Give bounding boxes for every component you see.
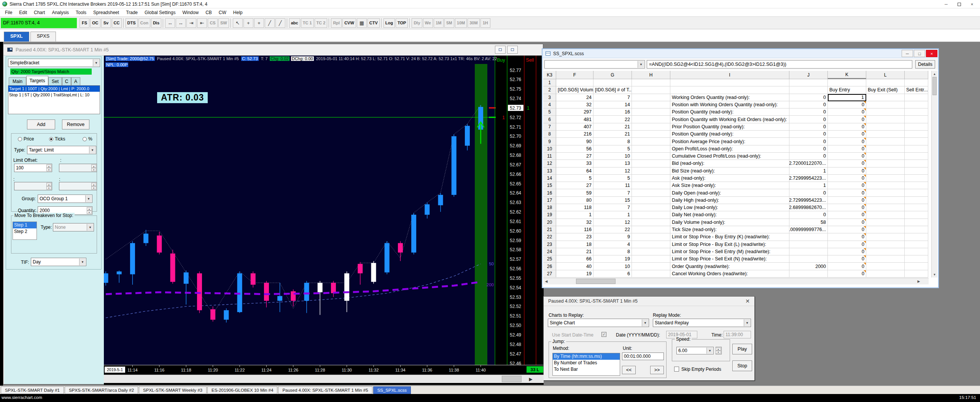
grid-cell[interactable] (905, 219, 928, 226)
grid-cell[interactable]: 297 (556, 108, 593, 116)
scroll-up-arrow-icon[interactable]: ▲ (932, 71, 937, 77)
sheet-vertical-scrollbar[interactable]: ▲ ▼ (931, 71, 937, 278)
row-number[interactable]: 17 (543, 197, 556, 204)
grid-cell[interactable]: 52.72000122070... (789, 160, 828, 167)
dts-button[interactable]: DTS (126, 18, 138, 28)
grid-cell[interactable]: Position Quantity (read-only): (670, 131, 789, 138)
grid-cell[interactable] (905, 101, 928, 108)
bottom-tab-5[interactable]: Paused 4.00X: SPXL-STK-SMART 1 Min #5 (278, 386, 372, 394)
grid-cell[interactable]: 0 (828, 160, 866, 167)
grid-cell[interactable] (905, 108, 928, 116)
speed-select[interactable]: 6.00▼ (676, 347, 714, 354)
bottom-tab-4[interactable]: ES-201906-GLOBEX 10 Min #4 (207, 386, 277, 394)
grid-cell[interactable]: Prior Position Quantity (read-only): (670, 123, 789, 131)
row-number[interactable]: 16 (543, 189, 556, 196)
rpl-button[interactable]: Rpl (331, 18, 342, 28)
grid-cell[interactable] (632, 153, 670, 160)
time-input[interactable]: 11:39:00 (724, 331, 751, 338)
grid-cell[interactable] (905, 131, 928, 138)
row-number[interactable]: 19 (543, 211, 556, 219)
row-number[interactable]: 3 (543, 94, 556, 101)
scroll-right-arrow-icon[interactable]: ▶ (525, 376, 536, 382)
grid-cell[interactable]: 0 (789, 108, 828, 116)
stop-button[interactable]: Stop (732, 361, 752, 371)
grid-cell[interactable]: Ask (read-only): (670, 175, 789, 182)
scroll-left-arrow-icon[interactable]: ◀ (543, 279, 549, 284)
grid-cell[interactable]: 0 (828, 226, 866, 233)
menu-tools[interactable]: Tools (72, 9, 90, 16)
ctv-button[interactable]: CTV (368, 18, 380, 28)
grid-cell[interactable]: 0 (828, 101, 866, 108)
grid-cell[interactable]: 0.009999999776... (789, 226, 828, 233)
grid-cell[interactable]: 15 (593, 197, 632, 204)
spreadsheet-grid[interactable]: K3FGHIJKL12[ID0.SG5] Volume[ID0.SG6] # o… (543, 71, 929, 278)
row-number[interactable]: 10 (543, 145, 556, 153)
status-link[interactable]: www.sierrachart.com (2, 395, 42, 400)
grid-cell[interactable]: 22 (593, 226, 632, 233)
grid-cell[interactable] (905, 226, 928, 233)
grid-cell[interactable]: Position Quantity with Working Exit Orde… (670, 116, 789, 123)
grid-cell[interactable]: 27 (556, 153, 593, 160)
grid-cell[interactable] (866, 108, 905, 116)
quantity-spinner[interactable]: ▲▼ (87, 207, 92, 214)
grid-cell[interactable]: 8 (593, 138, 632, 145)
menu-help[interactable]: Help (230, 9, 246, 16)
menu-analysis[interactable]: Analysis (48, 9, 72, 16)
cs-button[interactable]: CS (208, 18, 218, 28)
pointer-tool-icon[interactable]: ↖ (233, 18, 243, 28)
grid-cell[interactable]: 8 (593, 248, 632, 255)
sheet-maximize-button[interactable]: □ (914, 50, 925, 57)
grid-cell[interactable]: 33 (556, 160, 593, 167)
limit-offset-input[interactable]: 100 ▲▼ (14, 164, 52, 172)
grid-cell[interactable] (905, 241, 928, 248)
grid-cell[interactable] (905, 211, 928, 219)
grid-cell[interactable]: 0 (828, 182, 866, 189)
chevron-down-icon[interactable]: ▼ (85, 195, 92, 202)
grid-cell[interactable]: Daily High (read-only): (670, 197, 789, 204)
grid-cell[interactable]: 10 (593, 263, 632, 270)
grid-cell[interactable]: 52.72999954223... (789, 175, 828, 182)
grid-cell[interactable]: 481 (556, 116, 593, 123)
bottom-tab-6[interactable]: SS_SPXL.scss (373, 386, 411, 394)
grid-cell[interactable] (866, 189, 905, 196)
chevron-down-icon[interactable]: ▼ (744, 319, 750, 326)
grid-cell[interactable]: 21 (593, 123, 632, 131)
grid-cell[interactable]: 90 (556, 138, 593, 145)
bottom-tab-3[interactable]: SPXL-STK-SMART Weekly #3 (139, 386, 207, 394)
grid-cell[interactable]: 52.68999862670... (789, 204, 828, 211)
grid-cell[interactable] (632, 86, 670, 94)
grid-cell[interactable]: 1 (789, 182, 828, 189)
row-number[interactable]: 4 (543, 101, 556, 108)
grid-cell[interactable] (632, 108, 670, 116)
skip-empty-checkbox[interactable] (674, 367, 679, 372)
row-number[interactable]: 20 (543, 219, 556, 226)
grid-cell[interactable] (905, 233, 928, 241)
grid-cell[interactable]: 23 (556, 233, 593, 241)
grid-cell[interactable]: Tick Size (read-only): (670, 226, 789, 233)
grid-cell[interactable] (866, 160, 905, 167)
tif-select[interactable]: Day▼ (31, 258, 86, 266)
row-number[interactable]: 15 (543, 182, 556, 189)
grid-cell[interactable]: 12 (593, 168, 632, 175)
grid-cell[interactable]: 7 (593, 204, 632, 211)
grid-cell[interactable]: 32 (556, 219, 593, 226)
grid-cell[interactable]: 0 (828, 233, 866, 241)
list-item-step2[interactable]: Step 2 (13, 228, 37, 235)
grid-cell[interactable]: 216 (556, 131, 593, 138)
oc-button[interactable]: OC (90, 18, 100, 28)
grid-cell[interactable]: 1 (593, 211, 632, 219)
menu-spreadsheet[interactable]: Spreadsheet (90, 9, 123, 16)
grid-cell[interactable]: 0 (828, 108, 866, 116)
grid-cell[interactable] (905, 153, 928, 160)
grid-cell[interactable]: 0 (789, 131, 828, 138)
grid-cell[interactable] (632, 255, 670, 263)
column-header-F[interactable]: F (556, 71, 593, 79)
grid-cell[interactable] (866, 175, 905, 182)
grid-cell[interactable] (632, 270, 670, 278)
grid-cell[interactable] (866, 101, 905, 108)
grid-cell[interactable] (905, 116, 928, 123)
tab-main[interactable]: Main (9, 77, 26, 85)
breakeven-type-select[interactable]: None▼ (53, 223, 94, 231)
grid-cell[interactable] (905, 145, 928, 153)
tab-targets[interactable]: Targets (26, 76, 48, 85)
